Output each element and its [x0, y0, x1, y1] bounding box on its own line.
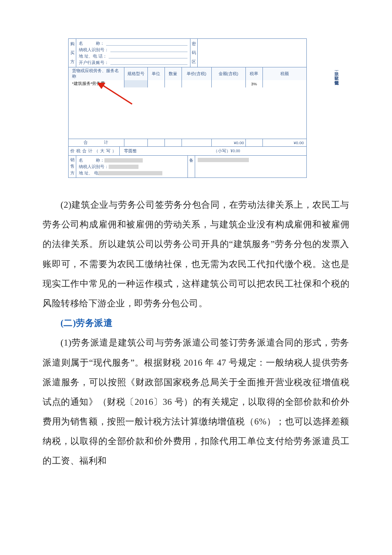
item-amount [211, 80, 245, 87]
redacted [198, 158, 249, 162]
paragraph: (2)建筑企业与劳务公司签劳务分包合同，在劳动法律关系上，农民工与劳务公司构成雇… [43, 195, 349, 313]
col-qty: 数量 [164, 67, 182, 80]
seller-section: 销 售 方 名 称： 纳税人识别号： [69, 155, 306, 177]
item-qty [164, 80, 182, 87]
section-heading: (二)劳务派遣 [43, 313, 349, 333]
buyer-addr-label: 地 址、电 话： [79, 53, 107, 59]
buyer-name-label: 名 称： [79, 41, 104, 46]
password-label-char: 密 [192, 41, 196, 47]
password-label-char: 区 [192, 59, 196, 65]
seller-fields: 名 称： 纳税人识别号： 地 址、 电 [76, 156, 187, 177]
col-spec: 规格型号 [124, 67, 147, 80]
col-unit: 单位 [147, 67, 164, 80]
buyer-section: 购 买 方 名 称： 纳税人识别号： 地 址、电 话： 开户行及账号： 密 码 … [69, 39, 306, 67]
invoice-form: 购 买 方 名 称： 纳税人识别号： 地 址、电 话： 开户行及账号： 密 码 … [68, 38, 307, 178]
table-header-row: 货物或应税劳务、服务名称 规格型号 单位 数量 单价(含税) 金额(含税) 税率… [69, 67, 306, 80]
paragraph: (1)劳务派遣是建筑公司与劳务派遣公司签订劳务派遣合同的形式，劳务派遣则属于“现… [43, 333, 349, 471]
remark-label-char: 备 [189, 157, 193, 163]
grand-total-row: 价税合计（大写） 零圆整 （小写）¥0.00 [69, 146, 306, 155]
subtotal-label: 合 计 [69, 139, 124, 146]
col-unit-price: 单价(含税) [182, 67, 211, 80]
grand-number: （小写）¥0.00 [213, 148, 240, 154]
password-label-char: 码 [192, 50, 196, 56]
col-name: 货物或应税劳务、服务名称 [69, 67, 124, 80]
items-table: 货物或应税劳务、服务名称 规格型号 单位 数量 单价(含税) 金额(含税) 税率… [69, 67, 306, 146]
buyer-label-char: 购 [70, 41, 75, 47]
table-row: *建筑服务*劳务费 3% [69, 80, 306, 87]
grand-num-value: ¥0.00 [231, 148, 240, 153]
col-rate: 税率 [245, 67, 262, 80]
seller-name-label: 名 称： [79, 157, 104, 163]
invoice-figure: 购 买 方 名 称： 纳税人识别号： 地 址、电 话： 开户行及账号： 密 码 … [68, 38, 324, 178]
grand-num-label: （小写） [213, 148, 231, 153]
buyer-taxid-label: 纳税人识别号： [79, 47, 109, 53]
item-rate: 3% [245, 80, 262, 87]
item-name: *建筑服务*劳务费 [69, 80, 124, 87]
password-area [198, 39, 306, 67]
seller-label-char: 售 [70, 163, 75, 169]
remark-vertical-label: 备 [187, 156, 195, 177]
table-blank [69, 87, 306, 139]
seller-taxid-label: 纳税人识别号： [79, 164, 109, 170]
item-unit [147, 80, 164, 87]
grand-label: 价税合计（大写） [69, 147, 120, 155]
seller-label-char: 方 [70, 170, 75, 176]
password-vertical-label: 密 码 区 [190, 39, 198, 67]
invoice-side-note: 第一联：记账联 销售方记账凭证 [333, 68, 339, 77]
subtotal-tax: ¥0.00 [262, 139, 306, 146]
subtotal-row: 合 计 ¥0.00 ¥0.00 [69, 139, 306, 146]
document-body: (2)建筑企业与劳务公司签劳务分包合同，在劳动法律关系上，农民工与劳务公司构成雇… [43, 195, 349, 471]
items-section: 货物或应税劳务、服务名称 规格型号 单位 数量 单价(含税) 金额(含税) 税率… [69, 67, 306, 155]
redacted [109, 165, 138, 169]
item-spec [124, 80, 147, 87]
seller-vertical-label: 销 售 方 [69, 156, 76, 177]
remark-area [195, 156, 306, 177]
buyer-label-char: 方 [70, 59, 75, 65]
col-tax: 税额 [262, 67, 306, 80]
buyer-label-char: 买 [70, 50, 75, 56]
subtotal-amount: ¥0.00 [211, 139, 245, 146]
grand-chinese: 零圆整 [124, 148, 137, 154]
redacted [98, 171, 162, 175]
col-amount: 金额(含税) [211, 67, 245, 80]
item-unit-price [182, 80, 211, 87]
seller-addr-label: 地 址、 电 [79, 170, 98, 176]
buyer-fields: 名 称： 纳税人识别号： 地 址、电 话： 开户行及账号： [76, 39, 190, 67]
buyer-bank-label: 开户行及账号： [79, 60, 109, 66]
redacted [104, 158, 143, 163]
seller-label-char: 销 [70, 157, 75, 163]
buyer-vertical-label: 购 买 方 [69, 39, 76, 67]
item-tax [262, 80, 306, 87]
